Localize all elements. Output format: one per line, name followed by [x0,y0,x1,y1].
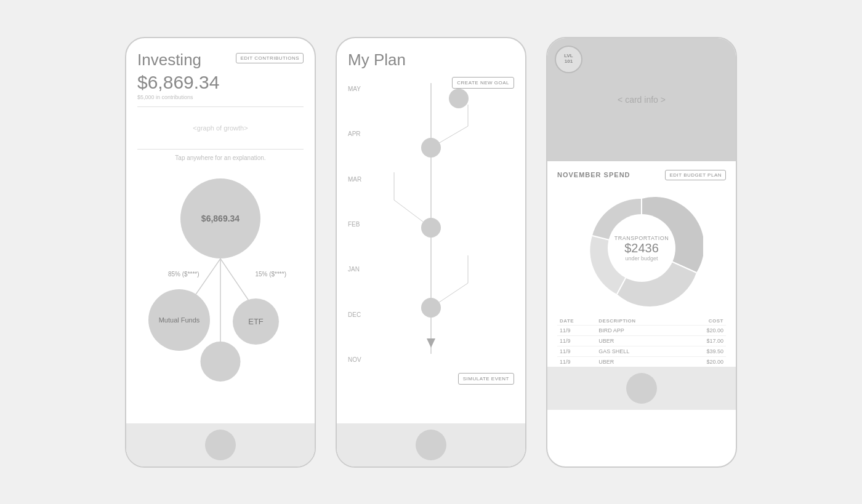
donut-amount: $2436 [614,241,669,255]
mutual-funds-label: Mutual Funds [159,316,200,324]
bubble-main-value: $6,869.34 [201,214,240,223]
cell-cost: $20.00 [682,356,726,367]
bottom-nav-2 [337,423,525,466]
svg-line-6 [431,283,468,308]
label-etf-percent: 15% ($****) [255,271,286,278]
svg-line-12 [431,126,468,148]
divider-2 [137,149,304,150]
divider-1 [137,106,304,107]
etf-label: ETF [248,317,264,326]
simulate-event-button[interactable]: SIMULATE EVENT [458,373,514,385]
donut-chart[interactable]: TRANSPORTATION $2436 under budget [580,186,703,310]
table-header-row: DATE DESCRIPTION COST [557,317,726,326]
myplan-content: My Plan CREATE NEW GOAL MAY APR MAR FEB … [337,38,525,423]
cell-description: GAS SHELL [596,346,681,356]
spend-header: NOVEMBER SPEND EDIT BUDGET PLAN [557,170,726,180]
bubble-bottom[interactable] [201,342,241,382]
graph-placeholder: <graph of growth> [137,112,304,144]
transactions-table: DATE DESCRIPTION COST 11/9BIRD APP$20.00… [557,317,726,367]
investing-contributions: $5,000 in contributions [137,94,304,100]
lvl-text-line2: 101 [565,59,573,65]
cell-description: UBER [596,335,681,346]
cell-date: 11/9 [557,356,596,367]
spend-title: NOVEMBER SPEND [557,171,630,178]
month-jan: JAN [348,263,361,276]
bubble-main[interactable]: $6,869.34 [180,178,260,258]
table-row: 11/9BIRD APP$20.00 [557,325,726,335]
cell-cost: $20.00 [682,325,726,335]
bottom-nav-1 [126,423,315,466]
card-top: LVL 101 < card info > [547,38,736,161]
col-date: DATE [557,317,596,326]
cell-date: 11/9 [557,335,596,346]
label-mutual-percent: 85% ($****) [168,271,199,278]
month-mar: MAR [348,173,361,185]
bottom-nav-3 [547,367,736,410]
edit-budget-button[interactable]: EDIT BUDGET PLAN [665,170,726,180]
table-row: 11/9GAS SHELL$39.50 [557,346,726,356]
edit-contributions-button[interactable]: EDIT CONTRIBUTIONS [236,53,304,63]
plan-chart-area: CREATE NEW GOAL MAY APR MAR FEB JAN DEC … [348,77,514,422]
bottom-nav-circle-2 [416,430,446,460]
col-cost: COST [682,317,726,326]
donut-status: under budget [614,255,669,261]
phone-november-spend: LVL 101 < card info > NOVEMBER SPEND EDI… [546,37,737,468]
cell-description: BIRD APP [596,325,681,335]
svg-line-9 [394,200,431,228]
svg-point-14 [449,89,469,108]
card-info-text: < card info > [618,95,666,105]
month-feb: FEB [348,218,361,230]
investing-header: Investing EDIT CONTRIBUTIONS [137,50,304,70]
investing-title: Investing [137,50,201,70]
bubble-chart[interactable]: $6,869.34 85% ($****) 15% ($****) Mutual… [137,166,304,388]
timeline-svg [369,77,505,378]
tap-explanation: Tap anywhere for an explanation. [137,154,304,161]
month-nov: NOV [348,353,361,366]
spend-section: NOVEMBER SPEND EDIT BUDGET PLAN [547,161,736,367]
month-labels: MAY APR MAR FEB JAN DEC NOV [348,83,361,366]
investing-amount: $6,869.34 [137,72,304,93]
bubble-mutual-funds[interactable]: Mutual Funds [148,289,210,351]
svg-marker-4 [427,338,435,348]
phone-investing: Investing EDIT CONTRIBUTIONS $6,869.34 $… [125,37,316,468]
col-description: DESCRIPTION [596,317,681,326]
phone-myplan: My Plan CREATE NEW GOAL MAY APR MAR FEB … [336,37,526,468]
bottom-nav-circle-3 [626,373,657,404]
donut-center-label: TRANSPORTATION $2436 under budget [614,234,669,261]
plan-title: My Plan [348,50,514,70]
cell-cost: $39.50 [682,346,726,356]
investing-content: Investing EDIT CONTRIBUTIONS $6,869.34 $… [126,38,315,423]
lvl-badge: LVL 101 [555,46,582,73]
transactions-body: 11/9BIRD APP$20.0011/9UBER$17.0011/9GAS … [557,325,726,367]
month-may: MAY [348,83,361,95]
bottom-nav-circle-1 [205,430,236,460]
cell-description: UBER [596,356,681,367]
table-row: 11/9UBER$17.00 [557,335,726,346]
cell-date: 11/9 [557,346,596,356]
bubble-etf[interactable]: ETF [233,298,279,345]
cell-cost: $17.00 [682,335,726,346]
month-dec: DEC [348,308,361,321]
donut-category: TRANSPORTATION [614,234,669,241]
month-apr: APR [348,128,361,140]
table-row: 11/9UBER$20.00 [557,356,726,367]
cell-date: 11/9 [557,325,596,335]
